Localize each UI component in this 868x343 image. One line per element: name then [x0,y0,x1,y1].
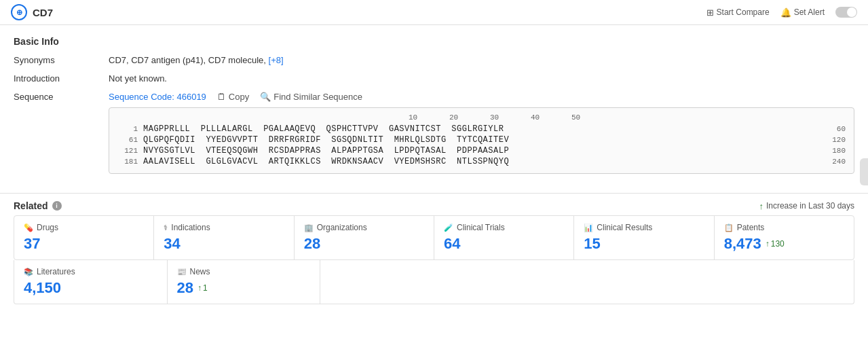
sequence-line-2: 61 QLGPQFQDII YYEDGVVPTT DRRFRGRIDF SGSQ… [117,135,846,145]
related-item-clinical-results[interactable]: 📊 Clinical Results 15 [574,216,714,259]
organizations-count: 28 [304,235,424,253]
sequence-code-link[interactable]: Sequence Code: 466019 [109,92,206,102]
increase-arrow-icon: ↑ [759,201,763,211]
introduction-row: Introduction Not yet known. [14,73,854,84]
introduction-value: Not yet known. [109,73,854,84]
drugs-count: 37 [24,235,144,253]
sequence-line-4: 181 AALAVISELL GLGLGVACVL ARTQIKKLCS WRD… [117,157,846,166]
increase-label: ↑ Increase in Last 30 days [759,201,854,211]
related-header: Related i ↑ Increase in Last 30 days [0,193,868,215]
alert-icon: 🔔 [780,7,791,18]
sequence-box: 10 20 30 40 50 1 MAGPPRLLL PLLLALARGL PG… [109,107,854,174]
find-similar-button[interactable]: 🔍 Find Similar Sequence [260,92,362,102]
related-grid-row2: 📚 Literatures 4,150 📰 News 28 ↑ 1 [14,260,854,304]
news-count: 28 [177,279,193,297]
related-item-drugs[interactable]: 💊 Drugs 37 [14,216,154,259]
related-grid: 💊 Drugs 37 ⚕ Indications 34 🏢 Organizati… [14,215,854,260]
scroll-handle[interactable] [860,158,868,185]
header-logo: ⊕ CD7 [11,4,53,20]
header-actions: ⊞ Start Compare 🔔 Set Alert [706,7,857,18]
sequence-label: Sequence [14,92,109,102]
basic-info-title: Basic Info [14,36,854,47]
news-icon: 📰 [177,268,187,276]
drugs-icon: 💊 [24,223,33,232]
patents-count: 8,473 [724,235,761,253]
related-info-icon[interactable]: i [52,201,62,211]
related-item-news[interactable]: 📰 News 28 ↑ 1 [168,260,321,304]
related-title: Related [14,200,48,211]
toggle-knob [847,7,856,17]
indications-count: 34 [164,235,284,253]
sequence-content: Sequence Code: 466019 🗒 Copy 🔍 Find Simi… [109,92,854,174]
related-item-indications[interactable]: ⚕ Indications 34 [154,216,294,259]
alert-toggle[interactable] [835,7,857,18]
literatures-icon: 📚 [24,268,33,276]
start-compare-button[interactable]: ⊞ Start Compare [706,7,770,18]
logo-icon: ⊕ [11,4,27,20]
clinical-results-count: 15 [584,235,704,253]
main-content: Basic Info Synonyms CD7, CD7 antigen (p4… [0,25,868,193]
sequence-header: Sequence Code: 466019 🗒 Copy 🔍 Find Simi… [109,92,854,102]
page-title: CD7 [33,7,53,18]
introduction-label: Introduction [14,73,109,84]
synonyms-value: CD7, CD7 antigen (p41), CD7 molecule, [+… [109,55,854,65]
copy-button[interactable]: 🗒 Copy [217,92,249,102]
clinical-trials-icon: 🧪 [444,223,453,232]
copy-icon: 🗒 [217,92,226,102]
related-item-literatures[interactable]: 📚 Literatures 4,150 [14,260,168,304]
synonyms-label: Synonyms [14,55,109,65]
indications-icon: ⚕ [164,223,168,232]
news-badge: ↑ 1 [197,283,208,293]
set-alert-button[interactable]: 🔔 Set Alert [780,7,825,18]
related-item-clinical-trials[interactable]: 🧪 Clinical Trials 64 [434,216,574,259]
patents-icon: 📋 [724,223,734,232]
synonyms-text: CD7, CD7 antigen (p41), CD7 molecule, [109,55,266,65]
header: ⊕ CD7 ⊞ Start Compare 🔔 Set Alert [0,0,868,25]
related-item-organizations[interactable]: 🏢 Organizations 28 [295,216,434,259]
related-row2-filler [320,260,854,304]
sequence-ruler: 10 20 30 40 50 [117,113,846,122]
patents-badge: ↑ 130 [766,239,785,249]
sequence-row: Sequence Sequence Code: 466019 🗒 Copy 🔍 … [14,92,854,174]
organizations-icon: 🏢 [304,223,314,232]
patents-arrow-icon: ↑ [766,239,770,249]
news-arrow-icon: ↑ [197,283,202,293]
sequence-line-1: 1 MAGPPRLLL PLLLALARGL PGALAAQEVQ QSPHCT… [117,124,846,134]
related-item-patents[interactable]: 📋 Patents 8,473 ↑ 130 [715,216,854,259]
find-similar-icon: 🔍 [260,92,271,102]
literatures-count: 4,150 [24,279,157,297]
compare-icon: ⊞ [706,7,714,18]
clinical-results-icon: 📊 [584,223,593,232]
synonyms-row: Synonyms CD7, CD7 antigen (p41), CD7 mol… [14,55,854,65]
synonyms-more-link[interactable]: [+8] [269,55,284,65]
sequence-line-3: 121 NVYGSGTLVL VTEEQSQGWH RCSDAPPRAS ALP… [117,146,846,156]
clinical-trials-count: 64 [444,235,564,253]
related-section: Related i ↑ Increase in Last 30 days 💊 D… [0,193,868,304]
